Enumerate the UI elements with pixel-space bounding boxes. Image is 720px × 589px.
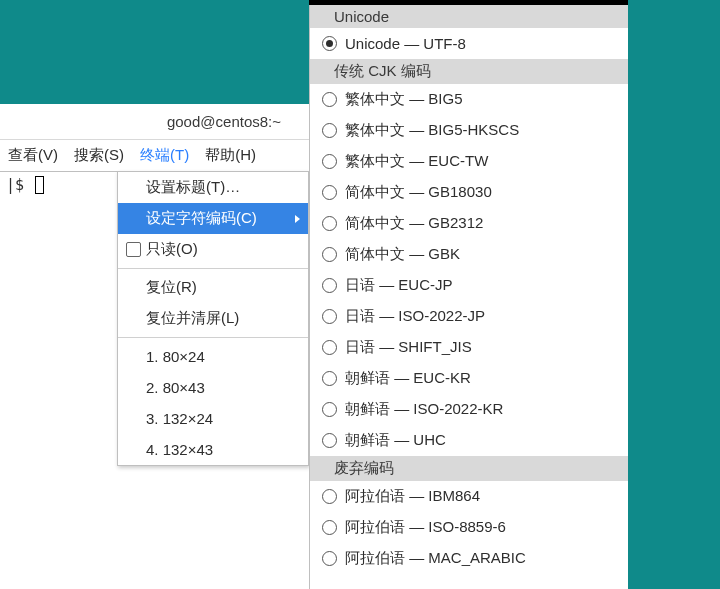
encoding-option[interactable]: 日语 — SHIFT_JIS <box>310 332 628 363</box>
menu-size-132x24[interactable]: 3. 132×24 <box>118 403 308 434</box>
radio-icon <box>322 247 337 262</box>
encoding-label: 日语 — SHIFT_JIS <box>345 338 472 357</box>
menu-set-encoding[interactable]: 设定字符编码(C) <box>118 203 308 234</box>
encoding-option[interactable]: 朝鲜语 — ISO-2022-KR <box>310 394 628 425</box>
window-titlebar[interactable]: good@centos8:~ <box>0 104 309 140</box>
text-cursor <box>35 176 44 194</box>
menu-size-80x43[interactable]: 2. 80×43 <box>118 372 308 403</box>
menu-label: 复位并清屏(L) <box>146 309 239 328</box>
terminal-menu-dropdown: 设置标题(T)… 设定字符编码(C) 只读(O) 复位(R) 复位并清屏(L) … <box>117 171 309 466</box>
menu-separator <box>118 337 308 338</box>
encoding-option[interactable]: 繁体中文 — EUC-TW <box>310 146 628 177</box>
encoding-label: 日语 — ISO-2022-JP <box>345 307 485 326</box>
radio-icon <box>322 340 337 355</box>
menu-separator <box>118 268 308 269</box>
encoding-option[interactable]: 阿拉伯语 — ISO-8859-6 <box>310 512 628 543</box>
encoding-label: 日语 — EUC-JP <box>345 276 453 295</box>
menu-label: 设置标题(T)… <box>146 178 240 197</box>
encoding-option[interactable]: 阿拉伯语 — IBM864 <box>310 481 628 512</box>
radio-icon <box>322 371 337 386</box>
encoding-label: 简体中文 — GB18030 <box>345 183 492 202</box>
encoding-option[interactable]: Unicode — UTF-8 <box>310 28 628 59</box>
encoding-option[interactable]: 繁体中文 — BIG5-HKSCS <box>310 115 628 146</box>
radio-icon <box>322 551 337 566</box>
radio-icon <box>322 402 337 417</box>
encoding-option[interactable]: 繁体中文 — BIG5 <box>310 84 628 115</box>
encoding-option[interactable]: 朝鲜语 — EUC-KR <box>310 363 628 394</box>
encoding-label: 繁体中文 — BIG5 <box>345 90 463 109</box>
menu-label: 4. 132×43 <box>146 441 213 458</box>
encoding-label: 繁体中文 — EUC-TW <box>345 152 488 171</box>
menu-label: 复位(R) <box>146 278 197 297</box>
menu-size-80x24[interactable]: 1. 80×24 <box>118 341 308 372</box>
menu-reset-clear[interactable]: 复位并清屏(L) <box>118 303 308 334</box>
encoding-label: 简体中文 — GBK <box>345 245 460 264</box>
encoding-label: 阿拉伯语 — ISO-8859-6 <box>345 518 506 537</box>
encoding-option[interactable]: 日语 — EUC-JP <box>310 270 628 301</box>
encoding-label: 繁体中文 — BIG5-HKSCS <box>345 121 519 140</box>
encoding-option[interactable]: 朝鲜语 — UHC <box>310 425 628 456</box>
encoding-option[interactable]: 阿拉伯语 — MAC_ARABIC <box>310 543 628 574</box>
encoding-label: 朝鲜语 — EUC-KR <box>345 369 471 388</box>
menu-label: 设定字符编码(C) <box>146 209 257 228</box>
radio-icon <box>322 520 337 535</box>
encoding-label: 朝鲜语 — ISO-2022-KR <box>345 400 503 419</box>
prompt-text: |$ <box>6 176 24 194</box>
encoding-option[interactable]: 简体中文 — GB2312 <box>310 208 628 239</box>
menu-label: 只读(O) <box>146 240 198 259</box>
radio-icon <box>322 309 337 324</box>
menu-reset[interactable]: 复位(R) <box>118 272 308 303</box>
menu-label: 1. 80×24 <box>146 348 205 365</box>
menubar-item[interactable]: 帮助(H) <box>197 142 264 169</box>
window-title: good@centos8:~ <box>167 113 281 130</box>
menubar-item[interactable]: 查看(V) <box>0 142 66 169</box>
encoding-label: 阿拉伯语 — IBM864 <box>345 487 480 506</box>
encoding-label: Unicode — UTF-8 <box>345 35 466 52</box>
encoding-group-header: 传统 CJK 编码 <box>310 59 628 84</box>
menubar-item[interactable]: 搜索(S) <box>66 142 132 169</box>
checkbox-icon <box>126 242 141 257</box>
radio-icon <box>322 278 337 293</box>
radio-icon <box>322 185 337 200</box>
encoding-label: 简体中文 — GB2312 <box>345 214 483 233</box>
radio-icon <box>322 216 337 231</box>
radio-icon <box>322 36 337 51</box>
menubar: 查看(V)搜索(S)终端(T)帮助(H) <box>0 140 309 172</box>
menubar-item[interactable]: 终端(T) <box>132 142 197 169</box>
radio-icon <box>322 489 337 504</box>
encoding-group-header: 废弃编码 <box>310 456 628 481</box>
menu-label: 3. 132×24 <box>146 410 213 427</box>
radio-icon <box>322 433 337 448</box>
encoding-option[interactable]: 简体中文 — GB18030 <box>310 177 628 208</box>
radio-icon <box>322 92 337 107</box>
menu-size-132x43[interactable]: 4. 132×43 <box>118 434 308 465</box>
menu-set-title[interactable]: 设置标题(T)… <box>118 172 308 203</box>
encoding-label: 阿拉伯语 — MAC_ARABIC <box>345 549 526 568</box>
encoding-option[interactable]: 简体中文 — GBK <box>310 239 628 270</box>
menu-label: 2. 80×43 <box>146 379 205 396</box>
encoding-label: 朝鲜语 — UHC <box>345 431 446 450</box>
submenu-arrow-icon <box>295 215 300 223</box>
menu-readonly[interactable]: 只读(O) <box>118 234 308 265</box>
encoding-group-header: Unicode <box>310 5 628 28</box>
radio-icon <box>322 154 337 169</box>
radio-icon <box>322 123 337 138</box>
encoding-submenu: UnicodeUnicode — UTF-8传统 CJK 编码繁体中文 — BI… <box>309 5 628 589</box>
encoding-option[interactable]: 日语 — ISO-2022-JP <box>310 301 628 332</box>
